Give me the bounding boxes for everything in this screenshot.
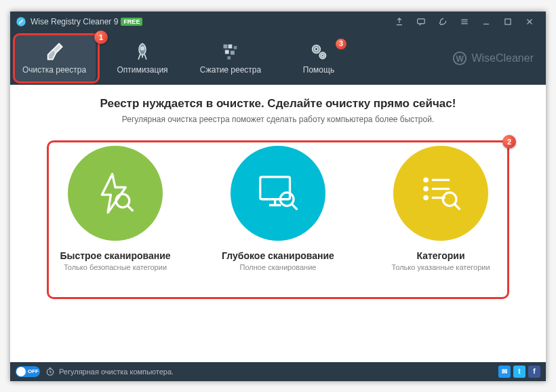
option-title: Категории: [416, 250, 464, 261]
minimize-button[interactable]: [475, 12, 497, 32]
svg-point-16: [116, 194, 130, 208]
callout-badge-1: 1: [94, 31, 108, 44]
statusbar: OFF Регулярная очистка компьютера. ✉ t f: [10, 362, 546, 381]
brand-logo: W WiseCleaner: [452, 51, 534, 66]
option-subtitle: Только указанные категории: [391, 263, 490, 271]
option-title: Быстрое сканирование: [60, 250, 170, 261]
status-text: Регулярная очистка компьютера.: [59, 368, 174, 376]
titlebar: Wise Registry Cleaner 9 FREE: [10, 12, 546, 32]
defrag-icon: [221, 42, 240, 61]
toggle-label: OFF: [28, 368, 39, 374]
twitter-icon[interactable]: t: [513, 366, 525, 378]
settings-icon[interactable]: [432, 12, 454, 32]
categories-circle: [393, 146, 488, 241]
option-subtitle: Полное сканирование: [240, 263, 317, 271]
svg-rect-4: [224, 44, 228, 48]
tab-optimize[interactable]: Оптимизация: [98, 32, 186, 85]
feedback-icon[interactable]: [410, 12, 432, 32]
monitor-search-icon: [254, 170, 302, 217]
help-badge: 3: [336, 39, 346, 50]
tab-defrag[interactable]: Сжатие реестра: [186, 32, 275, 85]
tab-label: Оптимизация: [117, 65, 167, 75]
headline: Реестр нуждается в очистке. Сделайте очи…: [100, 97, 456, 111]
svg-point-11: [315, 47, 318, 51]
menu-icon[interactable]: [454, 12, 475, 32]
list-search-icon: [417, 170, 464, 217]
lightning-search-icon: [92, 170, 139, 217]
scan-options: Быстрое сканирование Только безопасные к…: [54, 146, 502, 271]
svg-rect-17: [260, 176, 290, 199]
brush-icon: [45, 42, 64, 61]
rocket-icon: [133, 42, 152, 61]
svg-rect-5: [229, 44, 233, 48]
brand-text: WiseCleaner: [471, 52, 534, 64]
option-subtitle: Только безопасные категории: [64, 263, 167, 271]
free-badge: FREE: [121, 18, 142, 26]
svg-point-19: [424, 178, 427, 181]
brand-icon: W: [452, 51, 467, 66]
svg-rect-1: [418, 18, 425, 23]
svg-point-3: [141, 47, 144, 50]
svg-rect-9: [227, 56, 231, 60]
svg-rect-7: [225, 50, 229, 54]
svg-point-21: [424, 196, 427, 199]
svg-point-22: [443, 192, 456, 205]
quick-scan-circle: [68, 146, 163, 241]
schedule-toggle[interactable]: OFF: [16, 366, 40, 377]
tab-label: Очистка реестра: [22, 65, 86, 75]
menubar: Очистка реестра Оптимизация Сжатие реест…: [10, 32, 546, 85]
upgrade-icon[interactable]: [389, 12, 410, 32]
deep-scan-option[interactable]: Глубокое сканирование Полное сканировани…: [217, 146, 339, 271]
app-icon: [16, 16, 26, 27]
deep-scan-circle: [231, 146, 325, 241]
content-area: Реестр нуждается в очистке. Сделайте очи…: [10, 85, 546, 362]
window-title: Wise Registry Cleaner 9: [31, 17, 118, 26]
maximize-button[interactable]: [497, 12, 519, 32]
quick-scan-option[interactable]: Быстрое сканирование Только безопасные к…: [54, 146, 176, 271]
svg-rect-6: [234, 45, 237, 49]
app-window: Wise Registry Cleaner 9 FREE Очистка рее…: [10, 12, 546, 381]
categories-option[interactable]: Категории Только указанные категории: [380, 146, 502, 271]
svg-point-20: [424, 187, 427, 190]
option-title: Глубокое сканирование: [222, 250, 334, 261]
svg-rect-2: [505, 18, 511, 24]
svg-point-13: [321, 54, 324, 57]
tab-label: Помощь: [303, 65, 334, 75]
gears-icon: [309, 42, 328, 61]
clock-icon: [45, 367, 55, 376]
subline: Регулярная очистка реестра поможет сдела…: [122, 115, 434, 124]
mail-icon[interactable]: ✉: [498, 366, 511, 378]
close-button[interactable]: [519, 12, 540, 32]
facebook-icon[interactable]: f: [528, 366, 540, 378]
tab-label: Сжатие реестра: [200, 65, 261, 75]
tab-registry-clean[interactable]: Очистка реестра: [13, 35, 96, 82]
svg-text:W: W: [456, 54, 464, 63]
svg-rect-8: [231, 50, 235, 54]
callout-badge-2: 2: [502, 135, 516, 149]
tab-help[interactable]: Помощь 3: [275, 32, 363, 85]
